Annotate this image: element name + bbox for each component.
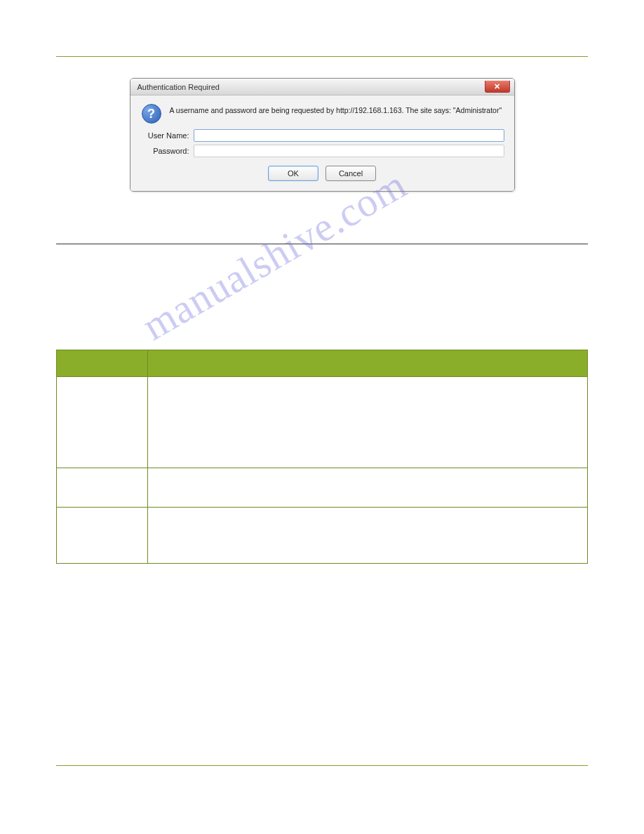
table-header-cell: [57, 350, 148, 377]
password-row: Password:: [140, 145, 504, 157]
table-cell: [148, 377, 588, 468]
close-button[interactable]: ✕: [485, 81, 510, 93]
ok-button[interactable]: OK: [268, 166, 318, 181]
dialog-titlebar: Authentication Required ✕: [130, 79, 514, 95]
question-icon: ?: [142, 104, 161, 124]
table-row: [57, 377, 588, 468]
content-table: [56, 350, 588, 564]
dialog-title: Authentication Required: [137, 83, 220, 91]
top-rule: [56, 56, 588, 57]
close-icon: ✕: [494, 82, 500, 91]
auth-dialog: Authentication Required ✕ ? A username a…: [130, 78, 515, 192]
table-row: [57, 508, 588, 564]
dialog-message: A username and password are being reques…: [170, 104, 502, 116]
table-header-cell: [148, 350, 588, 377]
mid-rule: [56, 244, 588, 244]
username-label: User Name:: [140, 131, 189, 140]
username-row: User Name:: [140, 129, 504, 142]
button-row: OK Cancel: [140, 166, 504, 181]
username-input[interactable]: [194, 129, 504, 142]
table-cell: [57, 377, 148, 468]
cancel-button[interactable]: Cancel: [326, 166, 376, 181]
message-row: ? A username and password are being requ…: [140, 104, 504, 124]
password-label: Password:: [140, 147, 189, 155]
dialog-body: ? A username and password are being requ…: [130, 95, 514, 191]
password-input[interactable]: [194, 145, 504, 157]
table-cell: [57, 468, 148, 508]
table-cell: [148, 508, 588, 564]
table-cell: [57, 508, 148, 564]
table-cell: [148, 468, 588, 508]
table-header-row: [57, 350, 588, 377]
table-row: [57, 468, 588, 508]
bottom-rule: [56, 765, 588, 766]
